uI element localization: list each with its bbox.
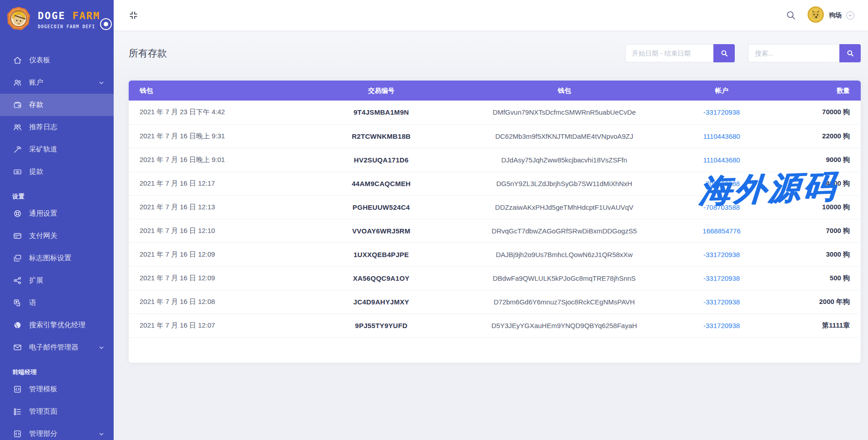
table-row: 2021 年 7 月 16 日 12:09XA56QQC9A1OYDBdwFa9… bbox=[129, 266, 861, 290]
sidebar-nav: 仪表板账户存款推荐日志采矿轨道提款设置通用设置支付网关标志图标设置扩展语搜索引擎… bbox=[0, 38, 114, 440]
card-icon bbox=[12, 231, 22, 241]
cell-amount: 2000 年狗 bbox=[773, 290, 861, 314]
home-icon bbox=[12, 56, 22, 66]
sidebar-item-0-3[interactable]: 推荐日志 bbox=[0, 116, 114, 138]
account-link[interactable]: 1110443680 bbox=[703, 156, 740, 164]
cell-account: -331720938 bbox=[670, 101, 773, 124]
sidebar-item-0-0[interactable]: 仪表板 bbox=[0, 49, 114, 71]
compress-icon[interactable] bbox=[129, 10, 138, 20]
account-link[interactable]: -331720938 bbox=[703, 251, 740, 258]
nodes-icon bbox=[12, 276, 22, 286]
chevron-down-icon bbox=[846, 11, 854, 20]
cell-transaction-id: 44AM9CAQCMEH bbox=[304, 172, 458, 195]
account-link[interactable]: -331720938 bbox=[703, 274, 740, 282]
sidebar-item-label: 语 bbox=[29, 298, 36, 308]
cell-wallet-address: DC62Mb3m9f5XfKNJTMtDaME4tVNpvoA9ZJ bbox=[458, 124, 670, 148]
cell-date: 2021 年 7 月 16 日 12:09 bbox=[129, 243, 304, 266]
table-header-row: 钱包 交易编号 钱包 帐户 数量 bbox=[129, 81, 861, 101]
main-area: 狗场 所有存款 bbox=[114, 0, 868, 440]
account-link[interactable]: -331720938 bbox=[703, 298, 740, 306]
logo-subtitle: DOGECOIN FARM DEFI bbox=[38, 24, 100, 29]
cell-account: 1110443680 bbox=[670, 148, 773, 172]
table-search-input[interactable] bbox=[748, 44, 839, 62]
cell-account: -331720938 bbox=[670, 290, 773, 314]
cell-wallet-address: DBdwFa9QWLULK5kPJoGc8mqTRE78jhSnnS bbox=[458, 266, 670, 290]
user-menu[interactable]: 狗场 bbox=[807, 6, 854, 25]
cell-transaction-id: R2TCWNKMB18B bbox=[304, 124, 458, 148]
sidebar-section-label: 设置 bbox=[0, 192, 114, 201]
cell-amount: 10000 狗 bbox=[773, 195, 861, 219]
account-link[interactable]: -708703588 bbox=[703, 203, 740, 211]
account-link[interactable]: 1110443680 bbox=[703, 132, 740, 140]
chevron-down-icon bbox=[98, 431, 105, 437]
cell-date: 2021 年 7 月 23 日下午 4:42 bbox=[129, 101, 304, 124]
cell-date: 2021 年 7 月 16 日 12:13 bbox=[129, 195, 304, 219]
table-row: 2021 年 7 月 16 日 12:079PJ55TY9YUFDD5Y3JEy… bbox=[129, 314, 861, 337]
account-link[interactable]: 1668854776 bbox=[702, 227, 740, 235]
sidebar-item-label: 推荐日志 bbox=[29, 122, 57, 132]
cell-amount: 22000 狗 bbox=[773, 124, 861, 148]
cell-amount: 4000 狗 bbox=[773, 172, 861, 195]
table-row: 2021 年 7 月 16 日 12:10VVOAY6WRJ5RMDRvqGcT… bbox=[129, 219, 861, 243]
sidebar-item-label: 搜索引擎优化经理 bbox=[29, 320, 85, 330]
money-icon bbox=[12, 167, 22, 177]
sidebar-item-label: 通用设置 bbox=[29, 209, 57, 218]
app-logo[interactable]: DOGE FARM DOGECOIN FARM DEFI bbox=[0, 0, 114, 38]
account-link[interactable]: -708703588 bbox=[703, 180, 740, 187]
sidebar-item-1-1[interactable]: 支付网关 bbox=[0, 225, 114, 247]
cell-date: 2021 年 7 月 16 日晚上 9:01 bbox=[129, 148, 304, 172]
sections-icon bbox=[12, 429, 22, 439]
cell-date: 2021 年 7 月 16 日 12:10 bbox=[129, 219, 304, 243]
column-header-wallet: 钱包 bbox=[458, 81, 670, 101]
account-link[interactable]: -331720938 bbox=[703, 108, 740, 116]
sidebar-item-0-5[interactable]: 提款 bbox=[0, 161, 114, 183]
sidebar-item-2-1[interactable]: 管理页面 bbox=[0, 400, 114, 423]
page-title: 所有存款 bbox=[129, 47, 167, 60]
cell-account: -331720938 bbox=[670, 243, 773, 266]
sidebar-item-0-2[interactable]: 存款 bbox=[0, 94, 114, 116]
sidebar-item-label: 支付网关 bbox=[29, 231, 57, 241]
cell-wallet-address: DRvqGcT7dbwZAGoGRfSRwDiBxmDDGogzS5 bbox=[458, 219, 670, 243]
sidebar-item-label: 账户 bbox=[29, 78, 43, 87]
deposits-table-body: 2021 年 7 月 23 日下午 4:429T4JSMBA1M9NDMfGvu… bbox=[129, 101, 861, 337]
table-row: 2021 年 7 月 16 日晚上 9:31R2TCWNKMB18BDC62Mb… bbox=[129, 124, 861, 148]
sidebar-item-label: 管理部分 bbox=[29, 429, 57, 439]
column-header-amount: 数量 bbox=[773, 81, 861, 101]
cell-date: 2021 年 7 月 16 日 12:09 bbox=[129, 266, 304, 290]
search-icon[interactable] bbox=[786, 10, 796, 20]
sidebar-item-1-6[interactable]: 电子邮件管理器 bbox=[0, 336, 114, 359]
sidebar-item-2-0[interactable]: 管理模板 bbox=[0, 378, 114, 400]
cell-transaction-id: 1UXXQEB4PJPE bbox=[304, 243, 458, 266]
sidebar-item-2-2[interactable]: 管理部分 bbox=[0, 423, 114, 440]
cell-wallet-address: DDZzaiwAKxPHJd5geTMhHdcptF1UvAUVqV bbox=[458, 195, 670, 219]
sidebar-item-label: 存款 bbox=[29, 100, 43, 110]
cell-wallet-address: DG5nY9ZL3LZdJbrjhSyGb7SW11dMiXhNxH bbox=[458, 172, 670, 195]
mail-icon bbox=[12, 343, 22, 353]
sidebar-item-1-3[interactable]: 扩展 bbox=[0, 269, 114, 292]
search-filter-group bbox=[748, 44, 861, 62]
sidebar-item-label: 仪表板 bbox=[29, 56, 50, 65]
table-row: 2021 年 7 月 16 日 12:091UXXQEB4PJPEDAJBj9j… bbox=[129, 243, 861, 266]
page-body: 所有存款 bbox=[114, 30, 868, 440]
cell-transaction-id: HV2SUQA171D6 bbox=[304, 148, 458, 172]
sidebar-item-0-1[interactable]: 账户 bbox=[0, 71, 114, 94]
chevron-down-icon bbox=[98, 80, 105, 86]
sidebar-item-1-4[interactable]: 语 bbox=[0, 292, 114, 314]
sidebar-item-1-2[interactable]: 标志图标设置 bbox=[0, 247, 114, 269]
date-filter-group bbox=[625, 44, 735, 62]
sidebar-item-1-5[interactable]: 搜索引擎优化经理 bbox=[0, 314, 114, 336]
cell-date: 2021 年 7 月 16 日 12:07 bbox=[129, 314, 304, 337]
table-search-button[interactable] bbox=[839, 44, 861, 62]
sidebar-item-label: 电子邮件管理器 bbox=[29, 343, 79, 352]
date-search-button[interactable] bbox=[713, 44, 735, 62]
sidebar-item-1-0[interactable]: 通用设置 bbox=[0, 202, 114, 225]
cell-amount: 3000 狗 bbox=[773, 243, 861, 266]
account-link[interactable]: -331720938 bbox=[703, 322, 740, 329]
sidebar-item-0-4[interactable]: 采矿轨道 bbox=[0, 138, 114, 161]
sidebar-toggle-button[interactable] bbox=[100, 18, 112, 30]
cell-transaction-id: 9PJ55TY9YUFD bbox=[304, 314, 458, 337]
column-header-tx: 交易编号 bbox=[304, 81, 458, 101]
cell-amount: 第1111章 bbox=[773, 314, 861, 337]
date-range-input[interactable] bbox=[625, 44, 713, 62]
cell-account: -331720938 bbox=[670, 314, 773, 337]
